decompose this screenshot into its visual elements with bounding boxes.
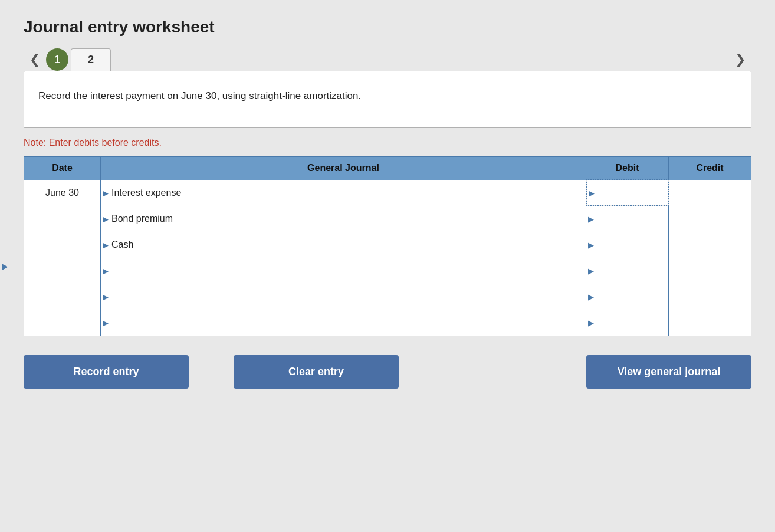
journal-entry-text-2: Cash: [101, 232, 586, 258]
table-row: ▶▶▶: [24, 310, 751, 336]
col-header-journal: General Journal: [101, 157, 586, 180]
tab-2[interactable]: 2: [71, 48, 111, 71]
cell-credit-3[interactable]: ▶: [669, 258, 751, 284]
arrow-debit-icon-5: ▶: [588, 318, 594, 327]
cell-date-2: [24, 232, 101, 258]
table-row: ▶▶▶: [24, 284, 751, 310]
arrow-journal-icon-4: ▶: [103, 293, 109, 301]
cell-debit-5[interactable]: ▶: [586, 310, 669, 336]
journal-entry-text-5: [101, 310, 586, 336]
col-header-debit: Debit: [586, 157, 669, 180]
next-arrow-button[interactable]: ❯: [729, 50, 751, 70]
cell-date-5: [24, 310, 101, 336]
instruction-text: Record the interest payment on June 30, …: [38, 90, 361, 101]
arrow-journal-icon-1: ▶: [103, 215, 109, 224]
cell-credit-1[interactable]: ▶: [669, 206, 751, 232]
col-header-date: Date: [24, 157, 101, 180]
journal-entry-text-1: Bond premium: [101, 206, 586, 232]
record-entry-button[interactable]: Record entry: [24, 355, 189, 389]
arrow-debit-icon-2: ▶: [588, 241, 594, 249]
journal-entry-text-4: [101, 284, 586, 310]
note-text: Note: Enter debits before credits.: [24, 137, 751, 148]
cell-debit-4[interactable]: ▶: [586, 284, 669, 310]
cell-credit-4[interactable]: ▶: [669, 284, 751, 310]
arrow-journal-icon-3: ▶: [103, 267, 109, 275]
instruction-box: Record the interest payment on June 30, …: [24, 71, 751, 128]
arrow-journal-icon-2: ▶: [103, 241, 109, 249]
clear-entry-button[interactable]: Clear entry: [234, 355, 399, 389]
button-row: Record entry Clear entry View general jo…: [24, 355, 751, 389]
arrow-debit-icon-0: ▶: [589, 189, 595, 198]
cell-journal-0[interactable]: ▶Interest expense: [101, 180, 586, 206]
debit-input-5[interactable]: [586, 310, 668, 336]
page-title: Journal entry worksheet: [24, 18, 751, 37]
cell-journal-2[interactable]: ▶Cash: [101, 232, 586, 258]
debit-input-4[interactable]: [586, 284, 668, 310]
debit-input-0[interactable]: [587, 180, 668, 205]
cell-date-1: [24, 206, 101, 232]
credit-input-2[interactable]: [669, 232, 751, 258]
debit-input-1[interactable]: [586, 206, 668, 232]
debit-input-3[interactable]: [586, 258, 668, 284]
cell-journal-1[interactable]: ▶Bond premium: [101, 206, 586, 232]
tab-1-active[interactable]: 1: [46, 48, 68, 71]
cell-date-0: June 30: [24, 180, 101, 206]
cell-credit-2[interactable]: ▶: [669, 232, 751, 258]
credit-input-0[interactable]: [669, 180, 751, 206]
cell-journal-5[interactable]: ▶: [101, 310, 586, 336]
table-row: ▶Cash▶▶: [24, 232, 751, 258]
credit-input-5[interactable]: [669, 310, 751, 336]
cell-debit-3[interactable]: ▶: [586, 258, 669, 284]
arrow-debit-icon-1: ▶: [588, 215, 594, 224]
arrow-journal-icon-5: ▶: [103, 318, 109, 327]
table-row: ▶Bond premium▶▶: [24, 206, 751, 232]
cell-credit-0[interactable]: ▶: [669, 180, 751, 206]
journal-table: Date General Journal Debit Credit June 3…: [24, 156, 751, 336]
journal-entry-text-0: Interest expense: [101, 180, 586, 206]
view-general-journal-button[interactable]: View general journal: [586, 355, 751, 389]
prev-arrow-button[interactable]: ❮: [24, 50, 46, 70]
cell-debit-2[interactable]: ▶: [586, 232, 669, 258]
cell-journal-3[interactable]: ▶: [101, 258, 586, 284]
arrow-journal-icon-0: ▶: [103, 189, 109, 198]
table-row: ▶▶▶: [24, 258, 751, 284]
cell-date-4: [24, 284, 101, 310]
cell-date-3: [24, 258, 101, 284]
table-row: June 30▶Interest expense▶▶: [24, 180, 751, 206]
cell-debit-1[interactable]: ▶: [586, 206, 669, 232]
arrow-debit-icon-3: ▶: [588, 267, 594, 275]
credit-input-1[interactable]: [669, 206, 751, 232]
credit-input-4[interactable]: [669, 284, 751, 310]
credit-input-3[interactable]: [669, 258, 751, 284]
arrow-debit-icon-4: ▶: [588, 293, 594, 301]
cell-journal-4[interactable]: ▶: [101, 284, 586, 310]
cell-credit-5[interactable]: ▶: [669, 310, 751, 336]
col-header-credit: Credit: [669, 157, 751, 180]
journal-entry-text-3: [101, 258, 586, 284]
debit-input-2[interactable]: [586, 232, 668, 258]
cell-debit-0[interactable]: ▶: [586, 180, 669, 206]
arrow-credit-icon-5: ▶: [2, 262, 8, 271]
